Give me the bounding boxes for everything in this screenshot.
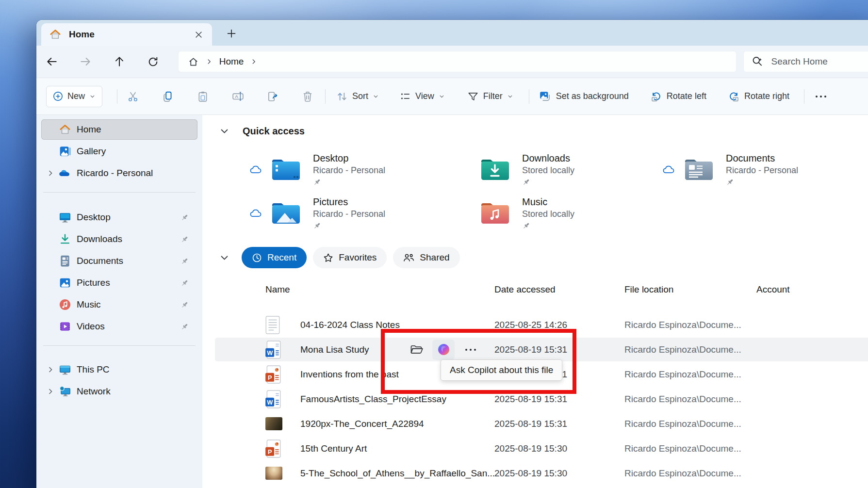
- file-row-04-16-2024-class-notes[interactable]: 04-16-2024 Class Notes2025-08-25 14:26Ri…: [202, 312, 868, 337]
- chevron-right-icon[interactable]: [44, 388, 57, 395]
- cut-button[interactable]: [122, 86, 144, 107]
- more-options-icon[interactable]: [462, 341, 479, 359]
- copy-icon: [162, 91, 174, 102]
- sort-button[interactable]: Sort: [332, 86, 383, 107]
- folder-pictures-icon: [270, 200, 301, 226]
- desktop-icon: [58, 211, 71, 224]
- chevron-right-icon[interactable]: [44, 169, 57, 177]
- rename-button[interactable]: A: [227, 86, 248, 107]
- tab-home[interactable]: Home: [41, 23, 212, 46]
- copy-button[interactable]: [157, 86, 179, 107]
- quick-access-card-music[interactable]: MusicStored locally: [479, 194, 661, 232]
- quick-access-card-documents[interactable]: DocumentsRicardo - Personal: [661, 150, 798, 189]
- filter-pill-favorites[interactable]: Favorites: [313, 247, 387, 268]
- set-as-background-button[interactable]: Set as background: [535, 86, 633, 107]
- folder-subtitle: Stored locally: [522, 209, 574, 219]
- view-button[interactable]: View: [395, 86, 449, 107]
- new-button[interactable]: New: [46, 86, 102, 107]
- open-file-location-button[interactable]: [408, 341, 425, 359]
- filter-button[interactable]: Filter: [463, 86, 517, 107]
- sort-label: Sort: [352, 91, 368, 101]
- filter-pill-recent[interactable]: Recent: [242, 247, 307, 268]
- ask-copilot-button[interactable]: [432, 340, 455, 360]
- address-bar[interactable]: Home: [178, 51, 737, 72]
- file-row-mona-lisa-study[interactable]: WMona Lisa Study2025-08-19 15:31Ricardo …: [202, 337, 868, 362]
- sidebar-divider: [43, 192, 196, 193]
- forward-button[interactable]: [75, 51, 95, 72]
- sidebar-item-gallery[interactable]: Gallery: [41, 141, 197, 162]
- file-date-accessed: 2025-08-19 15:30: [494, 443, 624, 454]
- sidebar-item-music[interactable]: Music: [41, 294, 197, 315]
- folder-subtitle: Ricardo - Personal: [313, 165, 385, 176]
- new-label: New: [67, 91, 85, 101]
- file-name: 15th Century Art: [300, 443, 494, 454]
- folder-name: Music: [522, 196, 574, 208]
- sidebar-item-home[interactable]: Home: [41, 119, 197, 140]
- sidebar-item-desktop[interactable]: Desktop: [41, 207, 197, 228]
- quick-access-card-text: DocumentsRicardo - Personal: [726, 153, 798, 186]
- content-pane: Quick access DesktopRicardo - PersonalDo…: [202, 115, 868, 488]
- back-button[interactable]: [42, 51, 62, 72]
- sidebar-item-label: Desktop: [77, 212, 111, 223]
- close-tab-icon[interactable]: [191, 27, 206, 42]
- search-input[interactable]: [770, 56, 868, 67]
- pin-icon: [180, 213, 189, 222]
- word-icon: W: [265, 390, 300, 408]
- rotate-right-button[interactable]: Rotate right: [724, 86, 793, 107]
- quick-access-card-pictures[interactable]: PicturesRicardo - Personal: [248, 194, 479, 232]
- breadcrumb-home-icon[interactable]: [188, 56, 199, 67]
- breadcrumb-segment[interactable]: Home: [219, 56, 244, 67]
- quick-access-header[interactable]: Quick access: [220, 126, 305, 137]
- sidebar-item-ricardo-personal[interactable]: Ricardo - Personal: [41, 163, 197, 183]
- svg-text:P: P: [268, 374, 272, 381]
- notes-icon: [265, 316, 300, 334]
- sidebar-item-this-pc[interactable]: This PC: [41, 359, 197, 380]
- file-row-famousartists-class-projectessay[interactable]: WFamousArtists_Class_ProjectEssay2025-08…: [202, 387, 868, 411]
- view-icon: [399, 91, 411, 102]
- powerpoint-icon: P: [265, 365, 300, 384]
- sidebar-item-videos[interactable]: Videos: [41, 316, 197, 337]
- sidebar-item-downloads[interactable]: Downloads: [41, 229, 197, 249]
- up-button[interactable]: [109, 51, 129, 72]
- rotate-left-button[interactable]: Rotate left: [646, 86, 710, 107]
- sidebar-item-pictures[interactable]: Pictures: [41, 273, 197, 293]
- new-tab-button[interactable]: [223, 25, 240, 42]
- file-row-5-the-school-of-athens-by-raffaello-san[interactable]: 5-The_School_of_Athens__by_Raffaello_San…: [202, 461, 868, 486]
- sidebar-item-network[interactable]: Network: [41, 381, 197, 402]
- search-box[interactable]: [743, 51, 868, 72]
- quick-access-card-desktop[interactable]: DesktopRicardo - Personal: [248, 150, 479, 189]
- file-row-15th-century-art[interactable]: P15th Century Art2025-08-19 15:30Ricardo…: [202, 436, 868, 461]
- column-header-name[interactable]: Name: [265, 284, 494, 295]
- refresh-button[interactable]: [143, 51, 163, 72]
- sidebar-item-documents[interactable]: Documents: [41, 251, 197, 271]
- filter-pill-shared[interactable]: Shared: [393, 247, 459, 268]
- word-icon: W: [265, 341, 300, 359]
- file-location: Ricardo Espinoza\Docume...: [624, 443, 756, 454]
- chevron-down-icon[interactable]: [220, 253, 229, 262]
- column-header-date-accessed[interactable]: Date accessed: [494, 284, 624, 295]
- svg-text:W: W: [267, 349, 273, 356]
- paste-button[interactable]: [192, 86, 213, 107]
- chevron-right-icon[interactable]: [44, 366, 57, 374]
- column-header-account[interactable]: Account: [756, 284, 868, 295]
- file-date-accessed: 2025-08-19 15:31: [494, 394, 624, 405]
- image-athens-icon: [265, 467, 300, 480]
- delete-button[interactable]: [297, 86, 318, 107]
- more-options-button[interactable]: [810, 86, 832, 107]
- chevron-right-icon: [206, 58, 213, 65]
- file-date-accessed: 2025-08-19 15:30: [494, 468, 624, 479]
- column-header-file-location[interactable]: File location: [624, 284, 756, 295]
- tab-strip: Home: [36, 20, 868, 46]
- pin-icon: [522, 178, 530, 186]
- share-button[interactable]: [262, 86, 283, 107]
- svg-text:A: A: [235, 94, 238, 99]
- sidebar-item-label: Gallery: [77, 146, 106, 157]
- file-name: 5-The_School_of_Athens__by_Raffaello_San…: [300, 468, 494, 479]
- rotate-right-icon: [728, 90, 740, 102]
- chevron-down-icon[interactable]: [220, 127, 229, 136]
- image-thumbnail: [265, 417, 282, 430]
- file-row-1920px-the-concert-a22894[interactable]: 1920px-The_Concert_A228942025-08-19 15:3…: [202, 411, 868, 436]
- quick-access-card-downloads[interactable]: DownloadsStored locally: [479, 150, 661, 189]
- toolbar-divider: [117, 89, 117, 104]
- onedrive-icon: [58, 168, 71, 178]
